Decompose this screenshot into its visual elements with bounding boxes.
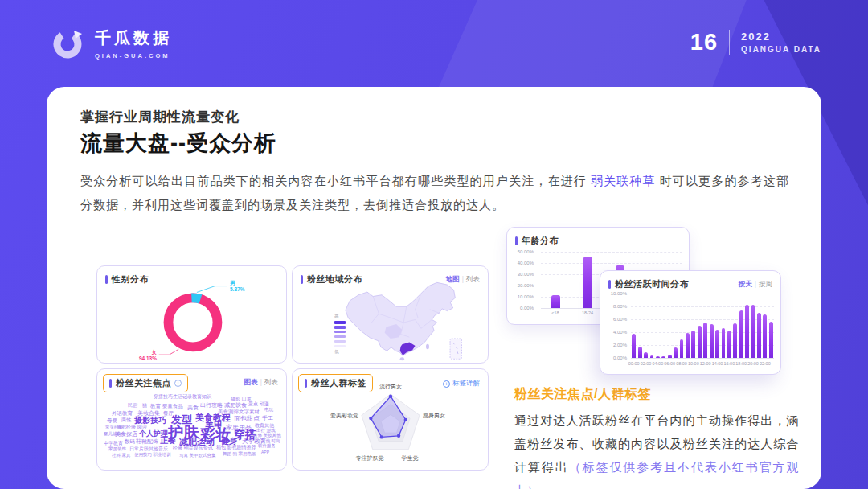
gridline	[541, 263, 682, 264]
legend-high: 高	[334, 314, 339, 319]
bar	[650, 355, 654, 358]
y-tick-label: 6.00%	[613, 317, 627, 322]
y-tick-label: 10.00%	[611, 291, 627, 296]
bar	[757, 313, 761, 358]
word: 写真 美甲款式合集	[179, 453, 216, 458]
gridline	[541, 252, 682, 253]
word: 美食探店	[115, 430, 137, 438]
toggle-list[interactable]: 列表	[264, 378, 278, 386]
gender-donut-svg	[97, 266, 286, 363]
logo-subtitle: QIAN-GUA.COM	[95, 52, 172, 60]
day-week-toggle[interactable]: 按天|按周	[739, 280, 772, 290]
toggle-day[interactable]: 按天	[739, 280, 752, 288]
panel-fan-tags: 粉丝人群标签 i标签详解 流行男女瘦身男女学生党专注护肤党爱美彩妆党	[292, 368, 489, 471]
brand-logo: 千瓜数据 QIAN-GUA.COM	[50, 26, 172, 61]
word: 民宿	[128, 402, 137, 409]
word: 软件服务	[258, 443, 276, 449]
china-map	[339, 277, 485, 361]
bar	[703, 323, 707, 358]
x-tick-label: 22:00	[753, 361, 777, 366]
panel-title: 粉丝关注焦点	[116, 377, 171, 389]
bar	[739, 310, 743, 358]
bar	[668, 355, 672, 358]
bar	[722, 328, 726, 358]
bar	[583, 257, 592, 308]
panel-title: 年龄分布	[522, 235, 559, 247]
x-tick-label: <18	[543, 310, 567, 315]
bar	[680, 339, 684, 358]
title-marker	[608, 280, 611, 289]
word: 猫	[142, 402, 147, 409]
highlighted-title-box: 粉丝关注焦点 i	[103, 374, 188, 392]
bar	[686, 333, 690, 358]
word: 家居装饰	[108, 446, 126, 452]
svg-text:流行男女: 流行男女	[379, 384, 402, 390]
toggle-week[interactable]: 按周	[759, 280, 772, 288]
bar	[691, 331, 695, 358]
info-icon[interactable]: i	[174, 380, 182, 387]
bar	[661, 356, 665, 358]
intro-paragraph: 受众分析可以给出目前品类下的相关内容在小红书平台都有哪些类型的用户关注，在进行弱…	[80, 169, 789, 217]
y-tick-label: 30.00%	[518, 272, 534, 277]
legend-low: 低	[334, 349, 339, 355]
y-tick-label: 40.00%	[518, 261, 534, 265]
south-sea-inset	[450, 339, 461, 359]
taiwan-island	[426, 344, 429, 350]
y-tick-label: 0.00%	[520, 306, 534, 310]
word: 箱包 影视剧情推荐	[216, 444, 256, 451]
word: 舞蹈 狗 家用电器	[223, 451, 256, 457]
intro-highlight[interactable]: 弱关联种草	[591, 174, 656, 187]
year-label: 2022	[741, 31, 821, 43]
note-body: 通过对达人活跃粉丝在平台内的主动操作得出，涵盖粉丝发布、收藏的内容以及粉丝关注的…	[514, 409, 799, 489]
gender-male-label: 男5.87%	[230, 280, 244, 293]
bar	[674, 347, 678, 358]
gridline	[631, 358, 774, 359]
y-tick-label: 8.00%	[613, 304, 627, 309]
bar	[656, 356, 660, 358]
word: 两性	[121, 417, 131, 424]
brand-label: QIANGUA DATA	[741, 45, 821, 54]
panel-region-distribution: 粉丝地域分布 地图|列表 高 低	[292, 265, 489, 364]
bar	[644, 352, 648, 358]
bar	[632, 334, 636, 358]
word: 经验 明星娱乐资讯	[173, 445, 213, 452]
bar	[727, 331, 731, 358]
hainan-island	[400, 357, 404, 360]
bar	[745, 305, 749, 358]
panel-gender-distribution: 性别分布 男5.87% 女94.13%	[96, 265, 287, 364]
word: 使用技巧 职业培训	[134, 452, 171, 458]
svg-text:爱美彩妆党: 爱美彩妆党	[330, 413, 358, 419]
y-tick-label: 0.00%	[613, 355, 627, 360]
bar	[769, 322, 773, 358]
bar	[751, 305, 755, 358]
bar	[733, 323, 737, 358]
kicker-title: 掌握行业周期性流量变化	[80, 108, 240, 126]
word: APP	[261, 450, 269, 454]
word: 鞋靴配饰	[136, 438, 158, 446]
title-marker	[301, 275, 303, 284]
bar	[638, 347, 642, 358]
chart-list-toggle[interactable]: 图表|列表	[244, 378, 278, 388]
content-card: 掌握行业周期性流量变化 流量大盘--受众分析 受众分析可以给出目前品类下的相关内…	[47, 87, 821, 489]
page-number-block: 16 2022 QIANGUA DATA	[690, 29, 821, 55]
logo-title: 千瓜数据	[95, 27, 172, 49]
gridline	[631, 294, 774, 294]
page-title: 流量大盘--受众分析	[80, 129, 276, 158]
panel-title: 粉丝活跃时间分布	[615, 278, 689, 290]
svg-text:专注护肤党: 专注护肤党	[356, 454, 384, 462]
bar	[710, 324, 714, 358]
word: 手工	[262, 414, 273, 422]
y-tick-label: 10.00%	[518, 294, 534, 299]
title-marker	[109, 379, 112, 388]
bar	[763, 314, 767, 358]
intro-text-before: 受众分析可以给出目前品类下的相关内容在小红书平台都有哪些类型的用户关注，在进行	[80, 174, 587, 187]
svg-text:瘦身男女: 瘦身男女	[423, 413, 445, 419]
word: 社科 家具	[112, 453, 131, 458]
toggle-chart[interactable]: 图表	[244, 378, 258, 386]
word: 美食	[187, 404, 199, 412]
y-tick-label: 2.00%	[613, 343, 627, 347]
note-heading: 粉丝关注焦点/人群标签	[514, 386, 799, 403]
bar	[551, 295, 560, 308]
panel-active-time: 粉丝活跃时间分布 按天|按周 0.00%2.00%4.00%6.00%8.00%…	[600, 270, 781, 375]
svg-text:学生党: 学生党	[402, 455, 419, 462]
